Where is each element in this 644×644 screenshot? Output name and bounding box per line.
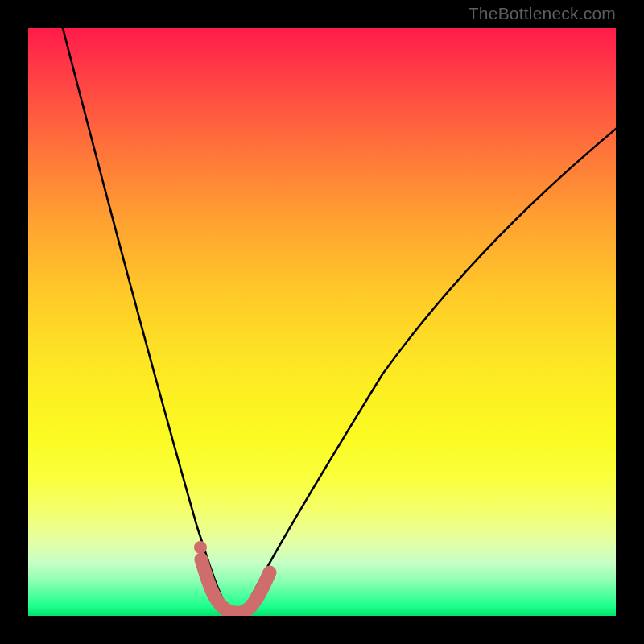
watermark-text: TheBottleneck.com: [469, 4, 616, 23]
bottleneck-curve: [63, 28, 616, 611]
chart-frame: TheBottleneck.com: [0, 0, 644, 644]
curve-layer: [28, 28, 616, 616]
optimal-band-dot: [194, 541, 207, 554]
plot-area: [28, 28, 616, 616]
